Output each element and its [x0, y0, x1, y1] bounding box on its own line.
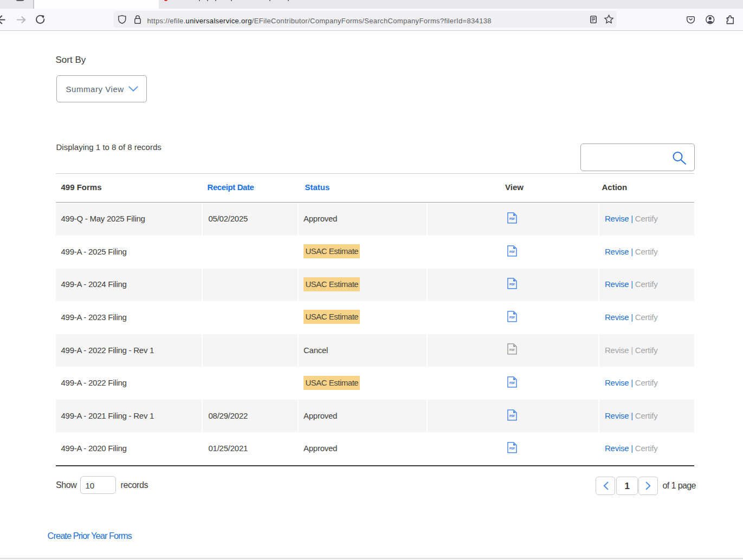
- svg-text:PDF: PDF: [509, 348, 515, 351]
- svg-text:PDF: PDF: [509, 414, 515, 417]
- svg-text:PDF: PDF: [509, 250, 515, 253]
- svg-text:PDF: PDF: [509, 315, 515, 318]
- svg-text:PDF: PDF: [509, 217, 515, 220]
- svg-text:PDF: PDF: [509, 283, 515, 286]
- svg-text:PDF: PDF: [509, 381, 515, 385]
- svg-text:PDF: PDF: [509, 447, 515, 450]
